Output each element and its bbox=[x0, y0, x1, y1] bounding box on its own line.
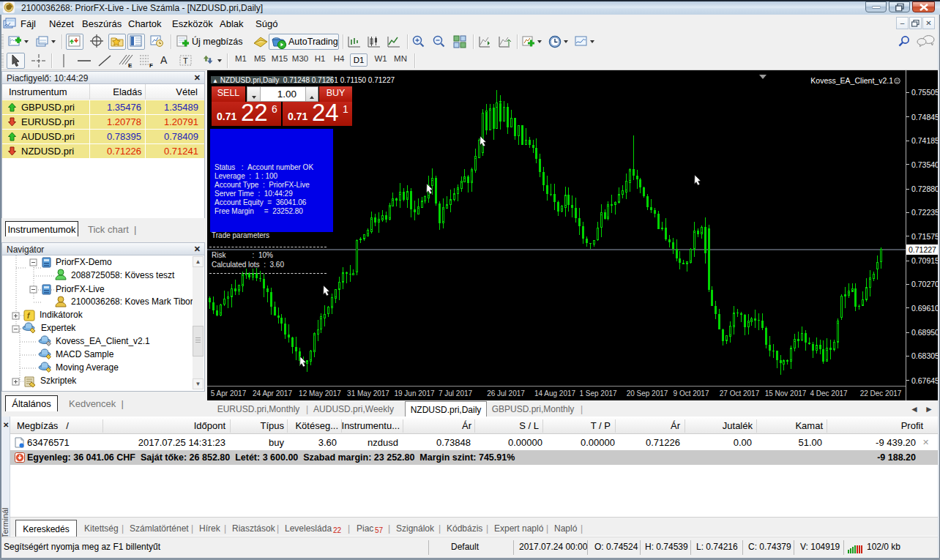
svg-text:E: E bbox=[128, 62, 133, 69]
svg-text:T: T bbox=[183, 56, 188, 65]
svg-text:F: F bbox=[149, 62, 153, 69]
